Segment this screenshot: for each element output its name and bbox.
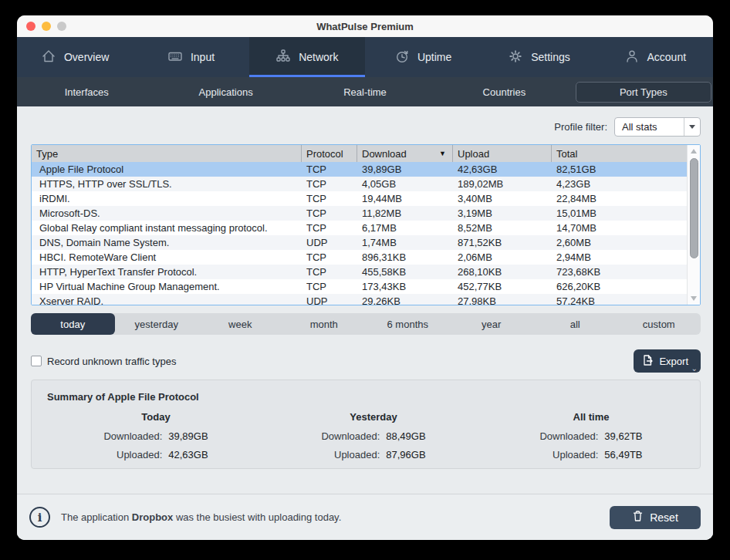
cell-type: Microsoft-DS. [32,206,302,221]
cell-upload: 27,98KB [453,294,552,305]
tab-uptime[interactable]: Uptime [365,37,481,77]
table-row[interactable]: Apple File ProtocolTCP39,89GB42,63GB82,5… [32,162,687,177]
subnav-item-interfaces[interactable]: Interfaces [17,86,156,98]
scrollbar-down-arrow[interactable] [691,296,697,301]
dropdown-arrow-icon [684,118,700,136]
cell-download: 29,26KB [357,294,453,305]
cell-download: 896,31KB [357,250,453,265]
cell-protocol: TCP [302,162,357,177]
table-header: Type Protocol Download▼ Upload Total [32,145,687,162]
tab-label: Settings [531,51,570,63]
table-main: Type Protocol Download▼ Upload Total App… [32,145,687,305]
titlebar: WhatPulse Premium [17,15,713,37]
export-button[interactable]: Export ⌄ [634,349,701,373]
minimize-window-button[interactable] [42,22,51,31]
tab-account[interactable]: Account [597,37,713,77]
downloaded-value: 39,89GB [168,430,208,442]
reset-button[interactable]: Reset [610,506,701,529]
period-tab-week[interactable]: week [198,313,282,335]
subnav-item-countries[interactable]: Countries [434,86,573,98]
downloaded-value: 88,49GB [386,430,425,442]
scrollbar-up-arrow[interactable] [691,149,697,153]
record-unknown-option[interactable]: Record unknown traffic types [31,356,176,367]
cell-protocol: TCP [302,177,357,191]
table-row[interactable]: Xserver RAID.UDP29,26KB27,98KB57,24KB [32,294,687,305]
close-window-button[interactable] [26,22,35,31]
tab-label: Account [647,51,687,63]
table-row[interactable]: HTTPS, HTTP over SSL/TLS.TCP4,05GB189,02… [32,177,687,191]
column-header-total[interactable]: Total [552,145,687,162]
table-row[interactable]: HP Virtual Machine Group Management.TCP1… [32,279,687,294]
subnav-item-applications[interactable]: Applications [156,86,295,98]
period-tab-custom[interactable]: custom [617,313,701,335]
period-tab-6-months[interactable]: 6 months [366,313,450,335]
period-tab-yesterday[interactable]: yesterday [115,313,199,335]
cell-download: 19,44MB [357,191,453,206]
cell-type: Global Relay compliant instant messaging… [32,221,302,235]
downloaded-label: Downloaded: [103,430,162,442]
summary-column-all-time: All timeDownloaded:39,62TBUploaded:56,49… [482,411,700,460]
profile-filter-row: Profile filter: All stats [17,106,713,137]
cell-download: 11,82MB [357,206,453,221]
column-header-protocol[interactable]: Protocol [302,145,357,162]
summary-heading: Yesterday [321,411,425,423]
subnav-item-port-types[interactable]: Port Types [574,82,713,103]
table-scrollbar[interactable] [687,145,700,305]
column-header-upload[interactable]: Upload [453,145,552,162]
content-area: Profile filter: All stats Type Protocol … [17,106,713,540]
cell-protocol: TCP [302,265,357,279]
options-row: Record unknown traffic types Export ⌄ [31,349,701,373]
period-tab-month[interactable]: month [282,313,367,335]
cell-type: iRDMI. [32,191,302,206]
sort-desc-icon: ▼ [439,150,446,157]
cell-total: 626,20KB [552,279,687,294]
chevron-down-icon: ⌄ [691,364,698,373]
profile-filter-select[interactable]: All stats [614,117,701,137]
cell-type: HTTPS, HTTP over SSL/TLS. [32,177,302,191]
cell-upload: 3,19MB [453,206,552,221]
cell-type: Xserver RAID. [32,294,302,305]
cell-download: 455,58KB [357,265,453,279]
person-icon [624,49,640,66]
cell-protocol: UDP [302,294,357,305]
summary-title: Summary of Apple File Protocol [47,391,700,403]
table-row[interactable]: Global Relay compliant instant messaging… [32,221,687,235]
cell-total: 22,84MB [552,191,687,206]
tab-input[interactable]: Input [133,37,248,77]
table-row[interactable]: HTTP, HyperText Transfer Protocol.TCP455… [32,265,687,279]
reset-label: Reset [650,511,678,524]
cell-total: 723,68KB [552,265,687,279]
cell-protocol: TCP [302,206,357,221]
table-row[interactable]: DNS, Domain Name System.UDP1,74MB871,52K… [32,235,687,250]
network-subnav: InterfacesApplicationsReal-timeCountries… [17,77,713,106]
table-row[interactable]: HBCI. RemoteWare ClientTCP896,31KB2,06MB… [32,250,687,265]
subnav-item-real-time[interactable]: Real-time [296,86,434,98]
cell-download: 39,89GB [357,162,453,177]
column-header-type[interactable]: Type [32,145,302,162]
period-tab-all[interactable]: all [533,313,617,335]
cell-type: Apple File Protocol [32,162,302,177]
summary-heading: Today [103,411,208,423]
window-title: WhatPulse Premium [17,21,713,32]
tab-settings[interactable]: Settings [481,37,597,77]
port-types-table: Type Protocol Download▼ Upload Total App… [31,144,701,305]
table-row[interactable]: iRDMI.TCP19,44MB3,40MB22,84MB [32,191,687,206]
zoom-window-button[interactable] [57,22,66,31]
period-tab-year[interactable]: year [450,313,534,335]
tab-overview[interactable]: Overview [17,37,133,77]
table-row[interactable]: Microsoft-DS.TCP11,82MB3,19MB15,01MB [32,206,687,221]
summary-columns: TodayDownloaded:39,89GBUploaded:42,63GBY… [47,411,700,460]
cell-protocol: TCP [302,250,357,265]
cell-total: 82,51GB [552,162,687,177]
trash-icon [632,510,644,525]
cell-upload: 42,63GB [453,162,552,177]
tab-network[interactable]: Network [249,37,365,77]
scrollbar-thumb[interactable] [690,158,698,258]
column-header-download[interactable]: Download▼ [357,145,453,162]
downloaded-label: Downloaded: [539,430,598,442]
period-tab-today[interactable]: today [31,313,115,335]
cell-total: 14,70MB [552,221,687,235]
tab-label: Overview [64,51,109,63]
cell-total: 15,01MB [552,206,687,221]
record-unknown-checkbox[interactable] [31,356,42,366]
